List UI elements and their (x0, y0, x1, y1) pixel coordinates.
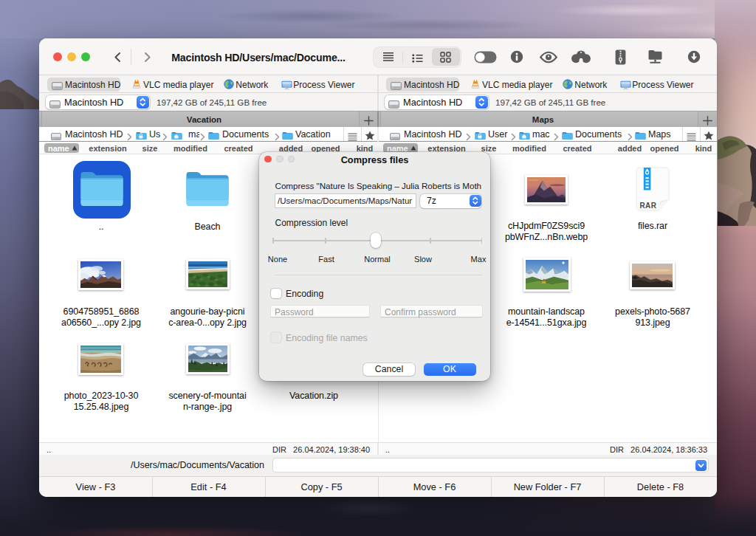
svg-text:RAR: RAR (640, 202, 657, 210)
